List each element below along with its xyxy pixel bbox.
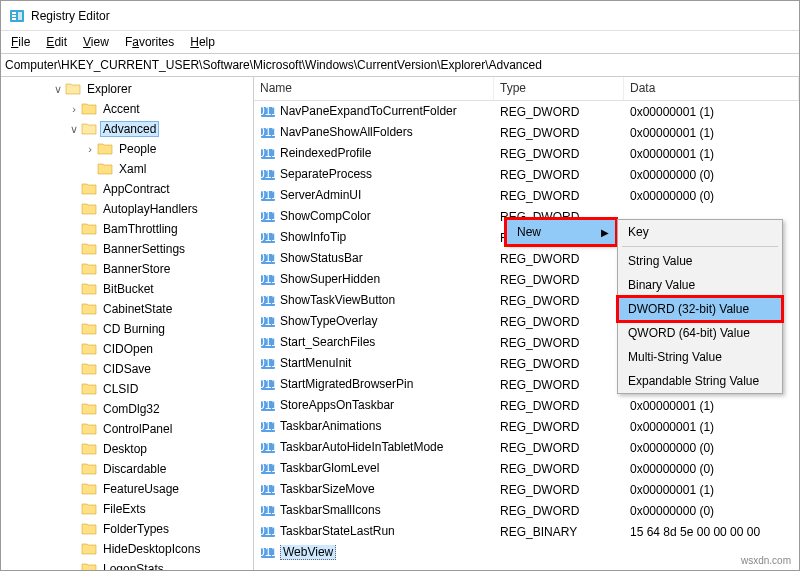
tree-item-bannerstore[interactable]: BannerStore: [3, 259, 253, 279]
value-type: REG_DWORD: [494, 357, 624, 371]
col-header-name[interactable]: Name: [254, 77, 494, 100]
tree-item-label: ComDlg32: [100, 401, 163, 417]
folder-icon: [81, 261, 97, 277]
submenu-string[interactable]: String Value: [618, 249, 782, 273]
list-row[interactable]: 011TaskbarAnimationsREG_DWORD0x00000001 …: [254, 416, 799, 437]
tree-item-bitbucket[interactable]: BitBucket: [3, 279, 253, 299]
tree-item-label: AppContract: [100, 181, 173, 197]
col-header-type[interactable]: Type: [494, 77, 624, 100]
tree-item-label: Explorer: [84, 81, 135, 97]
submenu-dword[interactable]: DWORD (32-bit) Value: [618, 297, 782, 321]
tree-item-featureusage[interactable]: FeatureUsage: [3, 479, 253, 499]
tree-item-controlpanel[interactable]: ControlPanel: [3, 419, 253, 439]
list-row[interactable]: 011TaskbarSizeMoveREG_DWORD0x00000001 (1…: [254, 479, 799, 500]
tree-item-cidopen[interactable]: CIDOpen: [3, 339, 253, 359]
folder-icon: [81, 321, 97, 337]
value-name: NavPaneExpandToCurrentFolder: [280, 104, 457, 118]
tree-item-bamthrottling[interactable]: BamThrottling: [3, 219, 253, 239]
tree-item-comdlg32[interactable]: ComDlg32: [3, 399, 253, 419]
menu-favorites[interactable]: Favorites: [119, 33, 180, 51]
value-data: 0x00000000 (0): [624, 168, 799, 182]
list-row[interactable]: 011WebView: [254, 542, 799, 563]
tree-item-accent[interactable]: ›Accent: [3, 99, 253, 119]
tree-item-people[interactable]: ›People: [3, 139, 253, 159]
svg-text:011: 011: [260, 251, 276, 265]
folder-icon: [81, 561, 97, 570]
reg-value-icon: 011: [260, 188, 276, 204]
tree-item-explorer[interactable]: ∨Explorer: [3, 79, 253, 99]
list-row[interactable]: 011TaskbarAutoHideInTabletModeREG_DWORD0…: [254, 437, 799, 458]
value-name: TaskbarAnimations: [280, 419, 381, 433]
submenu-expand[interactable]: Expandable String Value: [618, 369, 782, 393]
tree-twisty-icon[interactable]: ›: [67, 103, 81, 115]
menu-file[interactable]: File: [5, 33, 36, 51]
tree-item-label: FileExts: [100, 501, 149, 517]
tree-item-foldertypes[interactable]: FolderTypes: [3, 519, 253, 539]
submenu-separator: [622, 246, 778, 247]
value-data: 0x00000001 (1): [624, 126, 799, 140]
list-row[interactable]: 011SeparateProcessREG_DWORD0x00000000 (0…: [254, 164, 799, 185]
context-menu-new[interactable]: New ▶: [507, 220, 615, 244]
tree-item-cidsave[interactable]: CIDSave: [3, 359, 253, 379]
list-row[interactable]: 011TaskbarSmallIconsREG_DWORD0x00000000 …: [254, 500, 799, 521]
tree-twisty-icon[interactable]: ∨: [51, 83, 65, 96]
list-row[interactable]: 011ServerAdminUIREG_DWORD0x00000000 (0): [254, 185, 799, 206]
submenu-multi[interactable]: Multi-String Value: [618, 345, 782, 369]
value-type: REG_DWORD: [494, 483, 624, 497]
reg-value-icon: 011: [260, 125, 276, 141]
svg-text:011: 011: [260, 230, 276, 244]
submenu-qword[interactable]: QWORD (64-bit) Value: [618, 321, 782, 345]
folder-icon: [97, 161, 113, 177]
tree-item-hidedesktopicons[interactable]: HideDesktopIcons: [3, 539, 253, 559]
value-type: REG_DWORD: [494, 294, 624, 308]
value-type: REG_DWORD: [494, 315, 624, 329]
tree-item-label: LogonStats: [100, 561, 167, 570]
tree-item-autoplayhandlers[interactable]: AutoplayHandlers: [3, 199, 253, 219]
value-type: REG_DWORD: [494, 378, 624, 392]
menu-help[interactable]: Help: [184, 33, 221, 51]
tree-item-cabinetstate[interactable]: CabinetState: [3, 299, 253, 319]
list-row[interactable]: 011NavPaneShowAllFoldersREG_DWORD0x00000…: [254, 122, 799, 143]
folder-icon: [81, 381, 97, 397]
list-row[interactable]: 011StoreAppsOnTaskbarREG_DWORD0x00000001…: [254, 395, 799, 416]
folder-icon: [81, 221, 97, 237]
tree-item-advanced[interactable]: ∨Advanced: [3, 119, 253, 139]
list-row[interactable]: 011NavPaneExpandToCurrentFolderREG_DWORD…: [254, 101, 799, 122]
value-name: TaskbarSizeMove: [280, 482, 375, 496]
tree-item-appcontract[interactable]: AppContract: [3, 179, 253, 199]
value-name: ShowStatusBar: [280, 251, 363, 265]
reg-value-icon: 011: [260, 503, 276, 519]
address-bar[interactable]: Computer\HKEY_CURRENT_USER\Software\Micr…: [1, 53, 799, 77]
tree-item-discardable[interactable]: Discardable: [3, 459, 253, 479]
svg-text:011: 011: [260, 314, 276, 328]
tree-twisty-icon[interactable]: ∨: [67, 123, 81, 136]
value-type: REG_DWORD: [494, 189, 624, 203]
list-row[interactable]: 011TaskbarGlomLevelREG_DWORD0x00000000 (…: [254, 458, 799, 479]
svg-text:011: 011: [260, 524, 276, 538]
tree-item-bannersettings[interactable]: BannerSettings: [3, 239, 253, 259]
tree-item-xaml[interactable]: Xaml: [3, 159, 253, 179]
tree-item-cd-burning[interactable]: CD Burning: [3, 319, 253, 339]
value-type: REG_DWORD: [494, 126, 624, 140]
menu-view[interactable]: View: [77, 33, 115, 51]
tree-item-desktop[interactable]: Desktop: [3, 439, 253, 459]
context-menu[interactable]: New ▶: [506, 219, 616, 245]
value-name: ServerAdminUI: [280, 188, 361, 202]
titlebar: Registry Editor: [1, 1, 799, 31]
folder-icon: [81, 121, 97, 137]
col-header-data[interactable]: Data: [624, 77, 799, 100]
reg-value-icon: 011: [260, 356, 276, 372]
tree-item-logonstats[interactable]: LogonStats: [3, 559, 253, 570]
list-row[interactable]: 011ReindexedProfileREG_DWORD0x00000001 (…: [254, 143, 799, 164]
context-submenu[interactable]: Key String Value Binary Value DWORD (32-…: [617, 219, 783, 394]
tree-item-clsid[interactable]: CLSID: [3, 379, 253, 399]
tree-twisty-icon[interactable]: ›: [83, 143, 97, 155]
folder-icon: [81, 441, 97, 457]
menu-edit[interactable]: Edit: [40, 33, 73, 51]
submenu-binary[interactable]: Binary Value: [618, 273, 782, 297]
submenu-key[interactable]: Key: [618, 220, 782, 244]
tree-item-fileexts[interactable]: FileExts: [3, 499, 253, 519]
value-type: REG_DWORD: [494, 273, 624, 287]
tree-view[interactable]: ∨Explorer›Accent∨Advanced›PeopleXamlAppC…: [1, 77, 254, 570]
list-row[interactable]: 011TaskbarStateLastRunREG_BINARY15 64 8d…: [254, 521, 799, 542]
